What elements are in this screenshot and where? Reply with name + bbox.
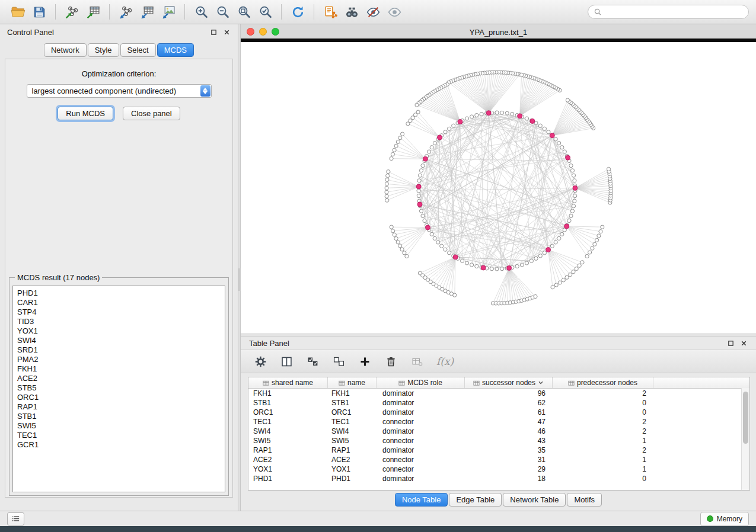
zoom-fit-button[interactable] [233,3,254,21]
tab-network-table[interactable]: Network Table [503,493,566,507]
table-row[interactable]: SWI5SWI5connector431 [248,436,749,446]
table-row[interactable]: STB1STB1dominator620 [248,398,749,408]
scrollbar-thumb[interactable] [743,392,748,444]
export-network-button[interactable] [115,3,136,21]
import-network-button[interactable] [61,3,82,21]
table-row[interactable]: FKH1FKH1dominator962 [248,389,749,398]
refresh-network-button[interactable] [287,3,308,21]
list-item[interactable]: GCR1 [17,440,225,450]
list-item[interactable]: SRD1 [17,345,225,355]
tab-node-table[interactable]: Node Table [395,493,448,507]
table-cell: STB1 [328,398,377,408]
first-neighbors-button[interactable] [341,3,362,21]
optimization-criterion-dropdown[interactable]: largest connected component (undirected) [27,84,212,98]
export-table-icon [140,5,155,20]
list-item[interactable]: ACE2 [17,374,225,383]
export-table-button[interactable] [136,3,158,21]
tab-network[interactable]: Network [44,43,87,57]
list-item[interactable]: TEC1 [17,431,225,440]
columns-button[interactable] [277,353,295,370]
table-row[interactable]: RAP1RAP1dominator352 [248,446,749,455]
table-cell: ORC1 [248,408,328,417]
refresh-network-icon [291,5,305,20]
table-cell: SWI4 [248,427,328,436]
memory-button[interactable]: Memory [700,512,749,526]
table-toolbar: f(x) [241,350,756,373]
list-item[interactable]: PHD1 [17,289,225,298]
table-cell: 46 [465,427,553,436]
column-header-successor-nodes[interactable]: successor nodes [465,377,553,388]
list-item[interactable]: ORC1 [17,393,225,402]
close-panel-icon[interactable] [223,28,231,36]
table-cell: 47 [465,417,553,427]
column-header-predecessor-nodes[interactable]: predecessor nodes [553,377,653,388]
table-row[interactable]: PHD1PHD1dominator180 [248,474,749,483]
list-item[interactable]: SWI5 [17,421,225,431]
zoom-selected-button[interactable] [254,3,276,21]
zoom-out-button[interactable] [212,3,233,21]
delete-button[interactable] [382,353,400,370]
column-label: MCDS role [407,379,442,387]
close-panel-button[interactable]: Close panel [123,107,180,120]
list-item[interactable]: STB5 [17,383,225,393]
list-item[interactable]: RAP1 [17,402,225,412]
table-panel-title: Table Panel [249,339,289,348]
clone-network-button[interactable] [320,3,341,21]
hide-selected-button[interactable] [362,3,384,21]
zoom-in-button[interactable] [190,3,212,21]
deselect-all-button[interactable] [330,353,347,370]
add-button[interactable] [356,353,374,370]
maximize-window-button[interactable] [272,28,279,36]
network-window-titlebar[interactable]: YPA_prune.txt_1 [241,25,756,39]
tab-edge-table[interactable]: Edge Table [449,493,502,507]
tab-motifs[interactable]: Motifs [567,493,602,507]
tab-select[interactable]: Select [120,43,156,57]
float-panel-icon[interactable] [210,28,218,36]
select-all-button[interactable] [304,353,321,370]
list-item[interactable]: FKH1 [17,364,225,374]
import-table-icon [86,5,101,20]
table-row[interactable]: YOX1YOX1connector291 [248,464,749,474]
batch-button[interactable] [408,353,426,370]
tab-style[interactable]: Style [88,43,119,57]
list-item[interactable]: SWI4 [17,336,225,345]
search-box[interactable] [588,5,749,19]
close-window-button[interactable] [247,28,254,36]
list-item[interactable]: STB1 [17,412,225,421]
network-canvas[interactable] [241,42,756,334]
column-header-mcds-role[interactable]: MCDS role [377,377,465,388]
list-item[interactable]: TID3 [17,317,225,326]
table-row[interactable]: TEC1TEC1connector472 [248,417,749,427]
task-history-button[interactable] [7,512,24,525]
save-session-button[interactable] [28,3,50,21]
export-image-button[interactable] [158,3,179,21]
run-mcds-button[interactable]: Run MCDS [58,107,113,120]
mcds-result-list[interactable]: PHD1CAR1STP4TID3YOX1SWI4SRD1PMA2FKH1ACE2… [12,286,225,492]
list-item[interactable]: PMA2 [17,355,225,364]
open-file-button[interactable] [7,3,28,21]
column-header-name[interactable]: name [328,377,377,388]
table-scrollbar[interactable] [741,388,749,490]
table-cell: FKH1 [248,389,328,398]
show-all-button[interactable] [384,3,405,21]
table-cell: 43 [465,436,553,446]
list-item[interactable]: YOX1 [17,326,225,336]
list-item[interactable]: CAR1 [17,298,225,307]
column-type-icon [263,380,269,386]
column-header-shared-name[interactable]: shared name [248,377,328,388]
fx-button[interactable]: f(x) [434,353,456,370]
float-panel-icon[interactable] [727,339,735,347]
tab-mcds[interactable]: MCDS [157,43,194,57]
chevron-down-icon[interactable] [538,380,544,386]
table-row[interactable]: ACE2ACE2connector311 [248,455,749,464]
import-table-button[interactable] [82,3,104,21]
table-row[interactable]: SWI4SWI4dominator462 [248,427,749,436]
minimize-window-button[interactable] [259,28,267,36]
close-panel-icon[interactable] [740,339,748,347]
list-item[interactable]: STP4 [17,307,225,317]
right-area: YPA_prune.txt_1 Table Panel f(x) shared … [241,24,756,511]
toolbar-separator [314,4,314,20]
settings-button[interactable] [251,353,269,370]
table-row[interactable]: ORC1ORC1dominator610 [248,408,749,417]
search-input[interactable] [605,7,743,17]
